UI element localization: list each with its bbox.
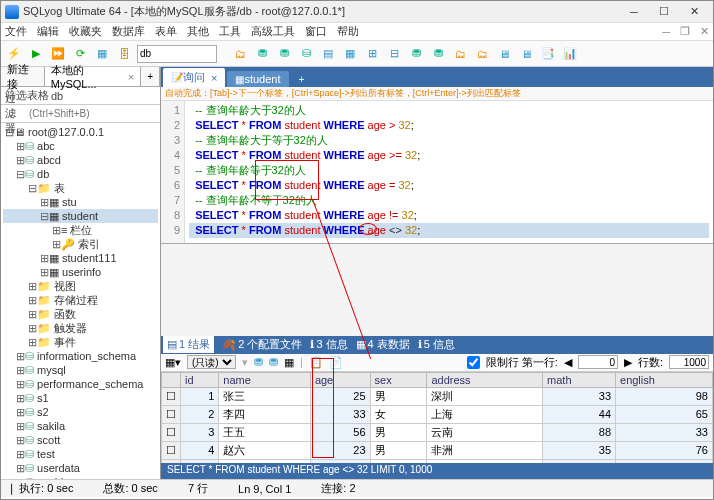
table-row[interactable]: ☐2李四33女上海4465: [162, 405, 713, 423]
status-total: 总数: 0 sec: [103, 481, 157, 496]
autocomplete-hint: 自动完成：[Tab]->下一个标签，[Ctrl+Space]->列出所有标签，[…: [161, 87, 713, 101]
stop-icon[interactable]: ⟳: [71, 45, 89, 63]
win-close-icon[interactable]: ✕: [700, 25, 709, 38]
rtab-info[interactable]: ℹ 3 信息: [310, 337, 347, 352]
col-header[interactable]: [162, 372, 181, 387]
schema-tree[interactable]: ⊟🖥 root@127.0.0.1 ⊞⛁ abc ⊞⛁ abcd ⊟⛁ db ⊟…: [1, 123, 160, 479]
run-all-icon[interactable]: ⏩: [49, 45, 67, 63]
menu-db[interactable]: 数据库: [112, 24, 145, 39]
nav-next-icon[interactable]: ▶: [624, 356, 632, 369]
tool-i-icon[interactable]: 📑: [539, 45, 557, 63]
rows-label: 行数:: [638, 355, 663, 370]
grid-toggle-icon[interactable]: ▦: [284, 356, 294, 369]
menu-other[interactable]: 其他: [187, 24, 209, 39]
rows-input[interactable]: [669, 355, 709, 369]
readonly-combo[interactable]: (只读): [187, 355, 236, 369]
menu-window[interactable]: 窗口: [305, 24, 327, 39]
win-min-icon[interactable]: ─: [662, 26, 670, 38]
row-checkbox[interactable]: ☐: [162, 441, 181, 459]
tool-2-icon[interactable]: ⛃: [253, 45, 271, 63]
table-row[interactable]: ☐1张三25男深圳3398: [162, 387, 713, 405]
close-icon[interactable]: ×: [128, 71, 134, 83]
menu-bar: 文件 编辑 收藏夹 数据库 表单 其他 工具 高级工具 窗口 帮助 ─ ❐ ✕: [1, 23, 713, 41]
tab-student[interactable]: ▦ student: [227, 71, 288, 87]
col-header[interactable]: sex: [370, 372, 427, 387]
status-bar: ❘ 执行: 0 sec 总数: 0 sec 7 行 Ln 9, Col 1 连接…: [1, 479, 713, 497]
main-panel: 📝 询问× ▦ student + 自动完成：[Tab]->下一个标签，[Ctr…: [161, 67, 713, 479]
menu-adv[interactable]: 高级工具: [251, 24, 295, 39]
sql-editor[interactable]: 123456789 -- 查询年龄大于32的人 SELECT * FROM st…: [161, 101, 713, 243]
conn-tab-new[interactable]: 新连接: [1, 67, 45, 86]
menu-tools[interactable]: 工具: [219, 24, 241, 39]
tool-j-icon[interactable]: 📊: [561, 45, 579, 63]
rtab-result[interactable]: ▤ 1 结果: [163, 336, 214, 353]
menu-edit[interactable]: 编辑: [37, 24, 59, 39]
col-header[interactable]: address: [427, 372, 543, 387]
paste-icon[interactable]: 📄: [329, 356, 343, 369]
menu-table[interactable]: 表单: [155, 24, 177, 39]
tab-query[interactable]: 📝 询问×: [163, 68, 225, 87]
run-icon[interactable]: ▶: [27, 45, 45, 63]
status-lines: 7 行: [188, 481, 208, 496]
maximize-button[interactable]: ☐: [649, 2, 679, 22]
export2-icon[interactable]: ⛃: [269, 356, 278, 369]
tool-1-icon[interactable]: 🗂: [231, 45, 249, 63]
result-toolbar: ▦▾ (只读) ▾ ⛃ ⛃ ▦ | 📋 📄 限制行 第一行: ◀ ▶ 行数:: [161, 354, 713, 372]
col-header[interactable]: english: [616, 372, 713, 387]
executed-sql: SELECT * FROM student WHERE age <> 32 LI…: [161, 463, 713, 479]
db-selector[interactable]: [137, 45, 217, 63]
tool-f-icon[interactable]: 🗂: [473, 45, 491, 63]
rtab-profile[interactable]: 🍂 2 个配置文件: [222, 337, 302, 352]
tool-c-icon[interactable]: ⛃: [407, 45, 425, 63]
menu-file[interactable]: 文件: [5, 24, 27, 39]
table-row[interactable]: ☐3王五56男云南8833: [162, 423, 713, 441]
filter-db: db: [51, 90, 63, 102]
col-header[interactable]: math: [543, 372, 616, 387]
close-button[interactable]: ✕: [679, 2, 709, 22]
db-icon: 🗄: [115, 45, 133, 63]
grid-icon[interactable]: ▦▾: [165, 356, 181, 369]
tool-6-icon[interactable]: ▦: [341, 45, 359, 63]
conn-tab-add[interactable]: +: [141, 67, 160, 86]
row-checkbox[interactable]: ☐: [162, 387, 181, 405]
rtab-info2[interactable]: ℹ 5 信息: [418, 337, 455, 352]
close-icon[interactable]: ×: [211, 72, 217, 84]
nav-first-icon[interactable]: ◀: [564, 356, 572, 369]
tool-d-icon[interactable]: ⛃: [429, 45, 447, 63]
tool-4-icon[interactable]: ⛁: [297, 45, 315, 63]
menu-help[interactable]: 帮助: [337, 24, 359, 39]
copy-icon[interactable]: 📋: [309, 356, 323, 369]
tool-e-icon[interactable]: 🗂: [451, 45, 469, 63]
first-row-input[interactable]: [578, 355, 618, 369]
result-tabs: ▤ 1 结果 🍂 2 个配置文件 ℹ 3 信息 ▦ 4 表数据 ℹ 5 信息: [161, 336, 713, 354]
limit-label: 限制行 第一行:: [486, 355, 558, 370]
row-checkbox[interactable]: ☐: [162, 423, 181, 441]
col-header[interactable]: name: [219, 372, 311, 387]
tool-h-icon[interactable]: 🖥: [517, 45, 535, 63]
tool-g-icon[interactable]: 🖥: [495, 45, 513, 63]
col-header[interactable]: id: [181, 372, 219, 387]
window-title: SQLyog Ultimate 64 - [本地的MySQL服务器/db - r…: [23, 4, 619, 19]
tool-5-icon[interactable]: ▤: [319, 45, 337, 63]
sidebar: 新连接 本地的MySQL...× + 筛选表格 db 过滤器 ⊟🖥 root@1…: [1, 67, 161, 479]
result-grid[interactable]: idnameagesexaddressmathenglish☐1张三25男深圳3…: [161, 372, 713, 464]
win-restore-icon[interactable]: ❐: [680, 25, 690, 38]
row-checkbox[interactable]: ☐: [162, 405, 181, 423]
table-row[interactable]: ☐4赵六23男非洲3576: [162, 441, 713, 459]
tool-a-icon[interactable]: ⊞: [363, 45, 381, 63]
tab-add[interactable]: +: [291, 72, 313, 87]
col-header[interactable]: age: [310, 372, 370, 387]
status-conn: 连接: 2: [321, 481, 355, 496]
filter-input[interactable]: [29, 108, 156, 119]
conn-tab-local[interactable]: 本地的MySQL...×: [45, 67, 141, 86]
format-icon[interactable]: ▦: [93, 45, 111, 63]
export-icon[interactable]: ⛃: [254, 356, 263, 369]
new-conn-icon[interactable]: ⚡: [5, 45, 23, 63]
tool-3-icon[interactable]: ⛃: [275, 45, 293, 63]
app-icon: [5, 5, 19, 19]
tool-b-icon[interactable]: ⊟: [385, 45, 403, 63]
menu-fav[interactable]: 收藏夹: [69, 24, 102, 39]
title-bar: SQLyog Ultimate 64 - [本地的MySQL服务器/db - r…: [1, 1, 713, 23]
minimize-button[interactable]: ─: [619, 2, 649, 22]
limit-checkbox[interactable]: [467, 356, 480, 369]
